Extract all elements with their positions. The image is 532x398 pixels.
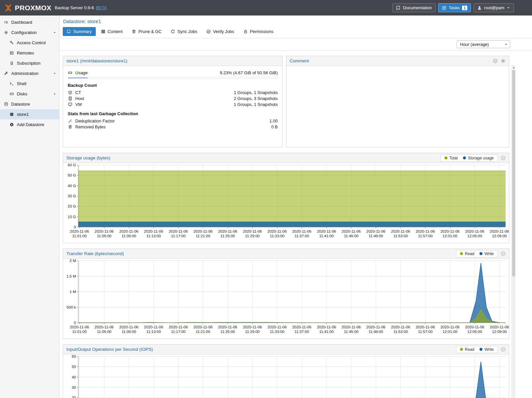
- disk-icon: [9, 92, 14, 96]
- svg-text:11:49:00: 11:49:00: [369, 234, 383, 238]
- book-icon: [396, 6, 401, 10]
- sidebar-item-shell[interactable]: Shell: [0, 79, 59, 89]
- collapse-panel-icon[interactable]: [501, 251, 506, 256]
- chart-body: 0500 k1 M1.5 M2 M2020-11-0611:01:002020-…: [63, 259, 509, 339]
- svg-text:2020-11-06: 2020-11-06: [490, 325, 509, 329]
- svg-text:2020-11-06: 2020-11-06: [342, 325, 361, 329]
- svg-text:20: 20: [72, 396, 76, 398]
- vertical-scrollbar[interactable]: ▲: [512, 65, 515, 398]
- sidebar-item-administration[interactable]: Administration: [0, 68, 59, 79]
- legend-item-write[interactable]: Write: [479, 347, 494, 352]
- sidebar-item-add-datastore[interactable]: Add Datastore: [0, 119, 59, 130]
- key-icon: [9, 41, 14, 45]
- svg-text:11:53:00: 11:53:00: [393, 330, 408, 334]
- summary-row-value: 1.00: [269, 118, 278, 123]
- svg-text:11:29:00: 11:29:00: [245, 234, 260, 238]
- svg-text:2020-11-06: 2020-11-06: [292, 229, 311, 233]
- svg-text:11:21:00: 11:21:00: [196, 234, 210, 238]
- svg-text:2020-11-06: 2020-11-06: [243, 325, 262, 329]
- sidebar-item-remotes[interactable]: Remotes: [0, 48, 59, 58]
- documentation-button[interactable]: Documentation: [392, 3, 435, 12]
- svg-text:2020-11-06: 2020-11-06: [95, 229, 114, 233]
- building-icon: [68, 96, 73, 101]
- svg-text:11:33:00: 11:33:00: [270, 330, 284, 334]
- svg-text:2020-11-06: 2020-11-06: [169, 229, 188, 233]
- caret-down-icon[interactable]: [53, 31, 56, 34]
- magic-icon: [68, 119, 73, 123]
- page-title: Datastore: store1: [60, 16, 532, 26]
- sidebar-item-dashboard[interactable]: Dashboard: [0, 17, 59, 27]
- svg-text:2020-11-06: 2020-11-06: [267, 325, 287, 329]
- gear-icon: [4, 30, 9, 35]
- comment-content[interactable]: [286, 66, 509, 147]
- tab-permissions[interactable]: Permissions: [239, 27, 277, 36]
- collapse-panel-icon[interactable]: [501, 155, 506, 160]
- svg-text:2020-11-06: 2020-11-06: [292, 325, 311, 329]
- svg-text:2020-11-06: 2020-11-06: [416, 325, 435, 329]
- user-menu-button[interactable]: root@pam: [474, 3, 514, 12]
- legend-label: Read: [465, 251, 475, 256]
- scrollbar-thumb[interactable]: [512, 70, 515, 277]
- header-buttons: Documentation Tasks 1 root@pam: [392, 3, 514, 12]
- svg-text:40: 40: [72, 375, 76, 379]
- sidebar-item-store1[interactable]: store1: [0, 109, 59, 119]
- gear-icon[interactable]: [501, 58, 506, 63]
- svg-text:12:01:00: 12:01:00: [443, 330, 457, 334]
- timeframe-select[interactable]: Hour (average): [457, 40, 510, 48]
- tab-content[interactable]: Content: [97, 27, 127, 36]
- collapse-panel-icon[interactable]: [501, 347, 506, 352]
- chart-panel-transfer-rate-bytes-second: Transfer Rate (bytes/second)ReadWrite050…: [63, 249, 509, 339]
- tasks-icon: [442, 6, 446, 10]
- svg-text:11:45:00: 11:45:00: [344, 234, 359, 238]
- tab-sync-jobs[interactable]: Sync Jobs: [167, 27, 201, 36]
- chevron-down-icon: [507, 6, 510, 10]
- legend-item-storage-usage[interactable]: Storage usage: [463, 156, 494, 160]
- sidebar-item-disks[interactable]: Disks: [0, 89, 59, 99]
- legend-dot: [460, 348, 463, 351]
- svg-text:2020-11-06: 2020-11-06: [366, 229, 385, 233]
- expand-comment-icon[interactable]: [493, 58, 498, 63]
- caret-right-icon[interactable]: [53, 92, 56, 96]
- svg-text:2020-11-06: 2020-11-06: [416, 229, 435, 233]
- brand-text: PROXMOX: [15, 4, 52, 12]
- caret-down-icon[interactable]: [53, 72, 56, 75]
- svg-text:2020-11-06: 2020-11-06: [144, 325, 163, 329]
- summary-row-deduplication-factor: Deduplication Factor1.00: [68, 118, 278, 124]
- legend-item-read[interactable]: Read: [460, 251, 475, 256]
- beta-link[interactable]: BETA: [96, 5, 107, 10]
- sidebar-item-label: Access Control: [17, 40, 46, 45]
- legend-item-read[interactable]: Read: [460, 347, 475, 352]
- sidebar-item-datastore[interactable]: Datastore: [0, 99, 59, 109]
- sidebar-item-access-control[interactable]: Access Control: [0, 38, 59, 48]
- tab-summary[interactable]: Summary: [63, 27, 96, 36]
- summary-row-vm: VM1 Groups, 1 Snapshots: [68, 101, 278, 107]
- tab-prune-gc[interactable]: Prune & GC: [128, 27, 165, 36]
- svg-text:2020-11-06: 2020-11-06: [317, 229, 336, 233]
- svg-text:11:57:00: 11:57:00: [418, 330, 433, 334]
- chevron-down-icon: [504, 43, 508, 46]
- svg-text:12:01:00: 12:01:00: [443, 234, 457, 238]
- scroll-up-arrow[interactable]: ▲: [512, 65, 515, 70]
- chart-panel-input-output-operations-per-second-iops: Input/Output Operations per Second (IOPS…: [63, 344, 509, 398]
- svg-text:11:49:00: 11:49:00: [369, 330, 383, 334]
- tasks-button[interactable]: Tasks 1: [438, 3, 471, 12]
- database-icon: [4, 102, 9, 106]
- legend-item-write[interactable]: Write: [479, 251, 494, 256]
- tab-verify-jobs[interactable]: Verify Jobs: [202, 27, 238, 36]
- chart-legend: ReadWrite: [456, 250, 498, 257]
- sidebar-item-subscription[interactable]: Subscription: [0, 58, 59, 68]
- summary-row-host: Host2 Groups, 3 Snapshots: [68, 95, 278, 101]
- wrench-icon: [4, 71, 9, 76]
- svg-text:2020-11-06: 2020-11-06: [95, 325, 114, 329]
- sidebar-item-configuration[interactable]: Configuration: [0, 27, 59, 38]
- svg-text:2020-11-06: 2020-11-06: [490, 229, 509, 233]
- legend-dot: [479, 348, 482, 351]
- svg-text:2020-11-06: 2020-11-06: [194, 325, 213, 329]
- legend-item-total[interactable]: Total: [444, 156, 458, 160]
- tab-label: Summary: [73, 29, 92, 34]
- panels-area: store1 (/mnt/datastores/store1) Usage 9.…: [60, 50, 532, 398]
- sidebar-item-label: Datastore: [11, 102, 30, 107]
- chart-plot: 01020304050602020-11-0611:01:002020-11-0…: [63, 354, 509, 398]
- svg-text:11:57:00: 11:57:00: [418, 234, 433, 238]
- svg-text:12:09:00: 12:09:00: [492, 234, 507, 238]
